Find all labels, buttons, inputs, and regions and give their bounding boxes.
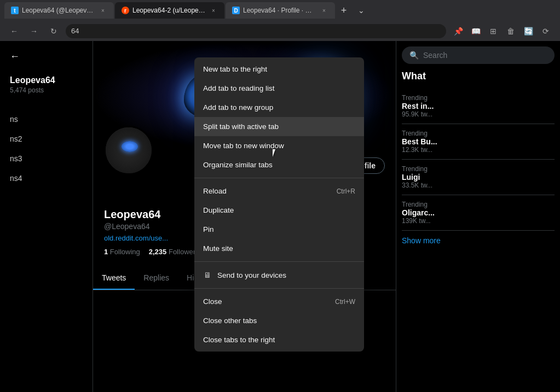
tab-bar: t Leopeva64 (@Leopeva64) / Twi... × r Le…	[0, 0, 560, 21]
toolbar-icons: 📌 📖 ⊞ 🗑 🔄 ⟳	[451, 24, 553, 39]
address-bar: ← → ↻ 64 📌 📖 ⊞ 🗑 🔄 ⟳	[0, 21, 560, 41]
url-text: 64	[71, 27, 79, 35]
menu-reload[interactable]: Reload Ctrl+R	[194, 182, 364, 201]
menu-send-devices[interactable]: 🖥 Send to your devices	[194, 265, 364, 285]
menu-item-label-split: Split tab with active tab	[203, 122, 279, 131]
context-menu-divider-1	[194, 178, 364, 178]
toolbar-icon-grid[interactable]: ⊞	[486, 24, 501, 39]
menu-mute-site[interactable]: Mute site	[194, 239, 364, 258]
tab-title-twitter: Leopeva64 (@Leopeva64) / Twi...	[22, 7, 95, 14]
tab-title-reddit: Leopeva64-2 (u/Leopeva64-2) -	[132, 7, 206, 14]
tab-twitter[interactable]: t Leopeva64 (@Leopeva64) / Twi... ×	[4, 2, 114, 19]
menu-item-label-close-other: Close other tabs	[203, 317, 257, 325]
menu-item-label-mute: Mute site	[203, 244, 233, 253]
context-menu-section-3: 🖥 Send to your devices	[194, 263, 364, 287]
context-menu-section-1: New tab to the right Add tab to reading …	[194, 57, 364, 177]
menu-item-label-move: Move tab to new window	[203, 142, 284, 150]
menu-close-right[interactable]: Close tabs to the right	[194, 330, 364, 349]
menu-shortcut-close: Ctrl+W	[335, 298, 355, 306]
toolbar-icon-trash[interactable]: 🗑	[503, 24, 518, 39]
tab-menu-button[interactable]: ⌄	[354, 3, 369, 18]
refresh-button[interactable]: ↻	[46, 24, 61, 39]
toolbar-icon-read[interactable]: 📖	[468, 24, 483, 39]
back-button[interactable]: ←	[7, 24, 22, 39]
context-menu-divider-3	[194, 288, 364, 289]
context-menu-overlay: New tab to the right Add tab to reading …	[0, 41, 560, 392]
menu-item-label-pin: Pin	[203, 225, 214, 233]
menu-add-reading-list[interactable]: Add tab to reading list	[194, 79, 364, 98]
tab-favicon-twitter: t	[11, 7, 19, 14]
tab-close-twitter[interactable]: ×	[99, 6, 107, 15]
menu-item-label-reload: Reload	[203, 187, 227, 195]
tab-close-reddit[interactable]: ×	[209, 6, 218, 15]
menu-item-label-reading: Add tab to reading list	[203, 84, 275, 92]
toolbar-icon-translate[interactable]: 🔄	[521, 24, 536, 39]
send-to-devices-icon: 🖥	[203, 271, 212, 279]
toolbar-icon-pin[interactable]: 📌	[451, 24, 466, 39]
menu-new-tab-right[interactable]: New tab to the right	[194, 60, 364, 79]
tab-close-disqus[interactable]: ×	[320, 6, 328, 15]
menu-item-label-close: Close	[203, 297, 222, 306]
menu-item-label-new-tab: New tab to the right	[203, 65, 267, 73]
menu-split-tab[interactable]: Split tab with active tab	[194, 117, 364, 136]
menu-close[interactable]: Close Ctrl+W	[194, 292, 364, 311]
tab-favicon-disqus: D	[232, 7, 240, 14]
menu-add-new-group[interactable]: Add tab to new group	[194, 98, 364, 117]
menu-move-window[interactable]: Move tab to new window	[194, 136, 364, 155]
tab-disqus[interactable]: D Leopeva64 · Profile · Disqus ×	[226, 2, 335, 19]
menu-close-other[interactable]: Close other tabs	[194, 311, 364, 330]
menu-item-label-send: Send to your devices	[217, 271, 286, 279]
context-menu-section-4: Close Ctrl+W Close other tabs Close tabs…	[194, 290, 364, 352]
tab-title-disqus: Leopeva64 · Profile · Disqus	[243, 7, 316, 14]
menu-item-label-group: Add tab to new group	[203, 103, 273, 112]
menu-duplicate[interactable]: Duplicate	[194, 201, 364, 220]
context-menu-section-2: Reload Ctrl+R Duplicate Pin Mute site	[194, 179, 364, 260]
menu-item-label-organize: Organize similar tabs	[203, 161, 273, 169]
browser-chrome: t Leopeva64 (@Leopeva64) / Twi... × r Le…	[0, 0, 560, 41]
new-tab-button[interactable]: +	[336, 3, 351, 18]
forward-button[interactable]: →	[26, 24, 42, 39]
menu-shortcut-reload: Ctrl+R	[337, 188, 355, 195]
menu-item-label-duplicate: Duplicate	[203, 206, 234, 214]
url-bar[interactable]: 64	[66, 24, 446, 38]
tab-reddit[interactable]: r Leopeva64-2 (u/Leopeva64-2) - ×	[115, 2, 224, 19]
page-content: ← Leopeva64 5,474 posts ns ns2 ns3 ns4	[0, 41, 560, 392]
tab-favicon-reddit: r	[122, 7, 129, 14]
menu-item-label-close-right: Close tabs to the right	[203, 336, 275, 344]
context-menu-divider-2	[194, 261, 364, 262]
toolbar-icon-history[interactable]: ⟳	[538, 24, 553, 39]
menu-organize-similar[interactable]: Organize similar tabs	[194, 155, 364, 174]
menu-pin[interactable]: Pin	[194, 220, 364, 239]
context-menu: New tab to the right Add tab to reading …	[194, 57, 364, 352]
